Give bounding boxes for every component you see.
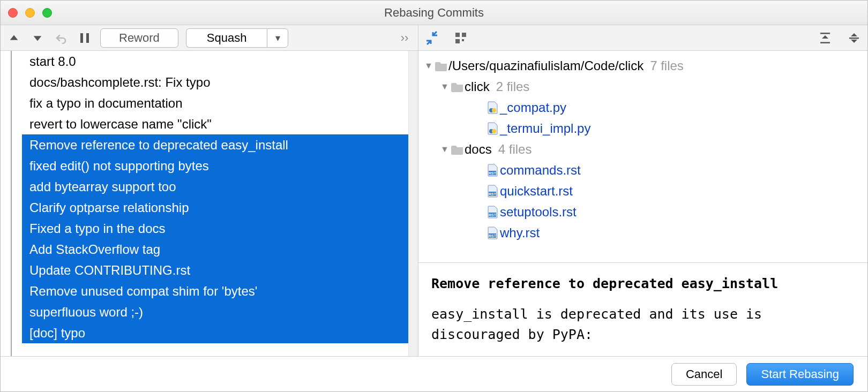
tree-label: why.rst <box>500 225 540 240</box>
collapse-diff-icon[interactable] <box>424 30 440 46</box>
svg-point-10 <box>492 108 496 112</box>
titlebar: Rebasing Commits <box>1 1 867 25</box>
commit-graph-column <box>1 51 22 356</box>
start-rebasing-button[interactable]: Start Rebasing <box>746 363 854 386</box>
svg-rect-5 <box>462 39 464 41</box>
move-down-icon[interactable] <box>29 30 46 46</box>
commit-row[interactable]: docs/bashcomplete.rst: Fix typo <box>22 72 408 93</box>
move-up-icon[interactable] <box>6 30 22 46</box>
file-icon: RST <box>486 185 500 198</box>
file-tree-row[interactable]: _compat.py <box>423 97 862 118</box>
svg-rect-6 <box>820 33 830 34</box>
folder-icon <box>451 81 465 92</box>
commit-row[interactable]: [doc] typo <box>22 322 408 343</box>
commit-row[interactable]: add bytearray support too <box>22 176 408 197</box>
commit-row[interactable]: fix a typo in documentation <box>22 93 408 114</box>
window-close-button[interactable] <box>8 8 18 18</box>
squash-dropdown-button[interactable]: ▾ <box>267 28 288 48</box>
tree-label: _termui_impl.py <box>500 121 590 136</box>
svg-rect-0 <box>80 33 83 43</box>
commit-row[interactable]: Remove unused compat shim for 'bytes' <box>22 281 408 301</box>
dialog-footer: Cancel Start Rebasing <box>1 356 867 391</box>
tree-label: click <box>465 79 490 94</box>
tree-toggle-icon[interactable]: ▼ <box>423 61 435 71</box>
file-tree-row[interactable]: RSTquickstart.rst <box>423 180 862 201</box>
cancel-button[interactable]: Cancel <box>671 363 737 386</box>
svg-text:RST: RST <box>489 213 497 216</box>
tree-toggle-icon[interactable]: ▼ <box>439 145 451 154</box>
svg-rect-3 <box>462 33 466 37</box>
file-tree-row[interactable]: _termui_impl.py <box>423 118 862 139</box>
grid-icon[interactable] <box>453 30 469 46</box>
file-icon: RST <box>486 227 500 239</box>
commit-row[interactable]: fixed edit() not supporting bytes <box>22 155 408 176</box>
reword-button[interactable]: Reword <box>100 28 178 48</box>
scrollbar[interactable] <box>408 51 418 356</box>
file-tree-row[interactable]: ▼/Users/quazinafiulislam/Code/click7 fil… <box>423 55 862 76</box>
tree-hint: 7 files <box>650 58 684 73</box>
file-icon <box>486 122 500 135</box>
tree-label: _compat.py <box>500 100 566 115</box>
commit-row[interactable]: Remove reference to deprecated easy_inst… <box>22 134 408 155</box>
tree-toggle-icon[interactable]: ▼ <box>439 82 451 92</box>
window-minimize-button[interactable] <box>25 8 35 18</box>
file-icon <box>486 101 500 114</box>
file-tree-row[interactable]: ▼docs4 files <box>423 139 862 160</box>
pause-icon[interactable] <box>77 30 93 46</box>
commit-message-body: easy_install is deprecated and its use i… <box>431 304 855 346</box>
file-icon: RST <box>486 206 500 218</box>
svg-rect-4 <box>455 39 460 43</box>
file-tree-row[interactable]: RSTsetuptools.rst <box>423 201 862 222</box>
commit-row[interactable]: Fixed a typo in the docs <box>22 218 408 239</box>
svg-rect-8 <box>849 37 859 39</box>
file-tree[interactable]: ▼/Users/quazinafiulislam/Code/click7 fil… <box>418 51 867 262</box>
tree-label: /Users/quazinafiulislam/Code/click <box>448 58 643 73</box>
expand-all-icon[interactable] <box>817 30 833 46</box>
collapse-all-icon[interactable] <box>846 30 862 46</box>
svg-text:RST: RST <box>489 233 497 237</box>
tree-label: docs <box>465 142 492 157</box>
folder-icon <box>435 61 448 71</box>
commit-row[interactable]: Update CONTRIBUTING.rst <box>22 260 408 281</box>
tree-label: setuptools.rst <box>500 205 577 220</box>
commit-row[interactable]: start 8.0 <box>22 51 408 72</box>
commit-list-pane: start 8.0docs/bashcomplete.rst: Fix typo… <box>1 51 418 356</box>
commit-row[interactable]: Add StackOverflow tag <box>22 239 408 260</box>
commit-list[interactable]: start 8.0docs/bashcomplete.rst: Fix typo… <box>22 51 408 356</box>
commit-message-view: Remove reference to deprecated easy_inst… <box>418 262 867 356</box>
svg-rect-1 <box>86 33 89 43</box>
tree-label: quickstart.rst <box>500 184 573 199</box>
squash-button[interactable]: Squash <box>186 28 267 48</box>
svg-text:RST: RST <box>489 192 497 195</box>
window-zoom-button[interactable] <box>42 8 52 18</box>
tree-hint: 2 files <box>496 79 530 94</box>
file-icon: RST <box>486 164 500 177</box>
tree-hint: 4 files <box>498 142 532 157</box>
main-area: start 8.0docs/bashcomplete.rst: Fix typo… <box>1 51 867 356</box>
svg-point-12 <box>492 129 496 133</box>
file-tree-row[interactable]: ▼click2 files <box>423 76 862 97</box>
commit-message-title: Remove reference to deprecated easy_inst… <box>431 274 855 295</box>
tree-label: commands.rst <box>500 163 581 178</box>
detail-pane: ▼/Users/quazinafiulislam/Code/click7 fil… <box>418 51 867 356</box>
chevron-down-icon: ▾ <box>275 32 280 44</box>
undo-icon[interactable] <box>53 30 69 46</box>
toolbar: Reword Squash ▾ ›› <box>1 25 867 51</box>
commit-row[interactable]: superfluous word ;-) <box>22 301 408 322</box>
folder-icon <box>451 144 465 155</box>
svg-text:RST: RST <box>489 171 497 175</box>
commit-row[interactable]: revert to lowercase name "click" <box>22 114 408 134</box>
file-tree-row[interactable]: RSTwhy.rst <box>423 222 862 243</box>
file-tree-row[interactable]: RSTcommands.rst <box>423 160 862 180</box>
window-title: Rebasing Commits <box>1 6 867 20</box>
svg-rect-2 <box>455 33 460 37</box>
toolbar-overflow-icon[interactable]: ›› <box>396 30 413 46</box>
commit-row[interactable]: Clarify optparse relationship <box>22 197 408 218</box>
svg-rect-7 <box>820 42 830 43</box>
